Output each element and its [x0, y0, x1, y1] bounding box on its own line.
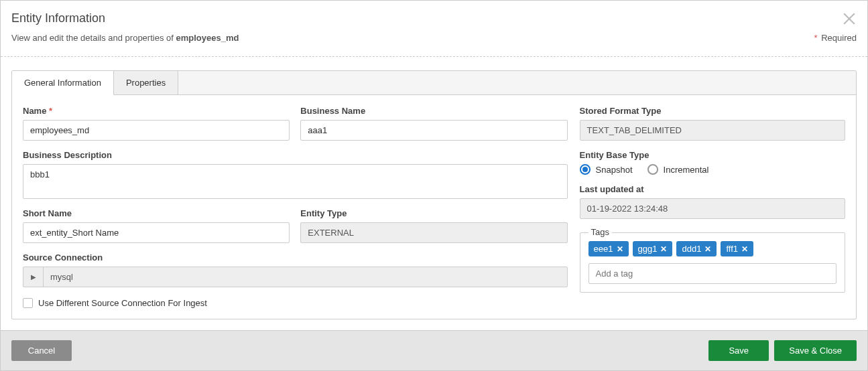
tag-label: ggg1 [638, 244, 658, 254]
value-source-connection: mysql [44, 267, 567, 287]
subtitle-prefix: View and edit the details and properties… [11, 33, 176, 43]
expand-icon[interactable]: ▶ [23, 267, 44, 287]
radio-incremental[interactable]: Incremental [647, 164, 709, 175]
tab-general-information[interactable]: General Information [12, 71, 114, 95]
tags-list: eee1 ✕ ggg1 ✕ ddd1 ✕ fff1 ✕ [588, 241, 836, 256]
radio-icon [647, 164, 658, 175]
save-button[interactable]: Save [708, 340, 769, 361]
save-and-close-button[interactable]: Save & Close [774, 340, 857, 361]
label-tags: Tags [588, 227, 612, 237]
radio-incremental-label: Incremental [664, 165, 709, 175]
tag-label: ddd1 [682, 244, 701, 254]
label-stored-format-type: Stored Format Type [580, 106, 845, 116]
label-source-connection: Source Connection [23, 252, 568, 263]
input-add-tag[interactable] [588, 263, 836, 284]
tag-label: eee1 [594, 244, 613, 254]
label-name: Name * [23, 106, 290, 116]
input-name[interactable] [23, 120, 290, 141]
required-label: Required [821, 33, 857, 43]
tag-item: eee1 ✕ [588, 241, 629, 256]
label-business-name: Business Name [300, 106, 567, 116]
tag-item: fff1 ✕ [721, 241, 753, 256]
label-business-description: Business Description [23, 150, 568, 160]
value-last-updated: 01-19-2022 13:24:48 [580, 198, 845, 219]
label-last-updated: Last updated at [580, 184, 845, 194]
tag-label: fff1 [726, 244, 738, 254]
radio-snapshot[interactable]: Snapshot [580, 164, 633, 175]
field-entity-base-type: Entity Base Type Snapshot Incremental [580, 150, 845, 175]
tab-list: General Information Properties [12, 71, 856, 95]
tag-remove-icon[interactable]: ✕ [741, 244, 748, 254]
label-short-name: Short Name [23, 208, 290, 218]
form-left-column: Name * Business Name Business Descriptio… [23, 106, 568, 308]
close-icon[interactable] [842, 11, 857, 26]
tag-item: ddd1 ✕ [676, 241, 717, 256]
dialog-footer: Cancel Save Save & Close [1, 330, 867, 370]
field-source-connection: Source Connection ▶ mysql [23, 252, 568, 287]
label-name-text: Name [23, 106, 46, 116]
field-stored-format-type: Stored Format Type TEXT_TAB_DELIMITED [580, 106, 845, 141]
label-entity-type: Entity Type [300, 208, 567, 218]
label-use-different-source: Use Different Source Connection For Inge… [38, 298, 207, 308]
value-stored-format-type: TEXT_TAB_DELIMITED [580, 120, 845, 141]
required-indicator: * Required [814, 33, 857, 43]
cancel-button[interactable]: Cancel [11, 340, 72, 361]
tag-item: ggg1 ✕ [633, 241, 673, 256]
tabs-panel: General Information Properties Name * Bu… [11, 70, 857, 319]
tag-remove-icon[interactable]: ✕ [660, 244, 667, 254]
field-business-name: Business Name [300, 106, 567, 141]
source-connection-control: ▶ mysql [23, 267, 568, 287]
input-short-name[interactable] [23, 222, 290, 243]
input-business-name[interactable] [300, 120, 567, 141]
field-tags: Tags eee1 ✕ ggg1 ✕ ddd1 ✕ fff1 ✕ [580, 232, 845, 293]
tag-remove-icon[interactable]: ✕ [704, 244, 711, 254]
checkbox-use-different-source[interactable] [23, 298, 33, 308]
dialog-header: Entity Information View and edit the det… [1, 1, 867, 51]
field-entity-type: Entity Type EXTERNAL [300, 208, 567, 243]
label-entity-base-type: Entity Base Type [580, 150, 845, 160]
radio-icon [580, 164, 591, 175]
tab-properties[interactable]: Properties [114, 71, 178, 94]
dialog-subtitle: View and edit the details and properties… [11, 33, 239, 43]
radio-snapshot-label: Snapshot [596, 165, 633, 175]
divider [1, 56, 867, 57]
field-business-description: Business Description bbb1 [23, 150, 568, 199]
tag-remove-icon[interactable]: ✕ [617, 244, 623, 254]
field-use-different-source: Use Different Source Connection For Inge… [23, 298, 568, 308]
value-entity-type: EXTERNAL [300, 222, 567, 243]
field-last-updated: Last updated at 01-19-2022 13:24:48 [580, 184, 845, 219]
field-short-name: Short Name [23, 208, 290, 243]
field-name: Name * [23, 106, 290, 141]
form-right-column: Stored Format Type TEXT_TAB_DELIMITED En… [580, 106, 845, 308]
input-business-description[interactable]: bbb1 [23, 164, 568, 199]
entity-name: employees_md [176, 33, 239, 43]
dialog-title: Entity Information [11, 11, 105, 25]
